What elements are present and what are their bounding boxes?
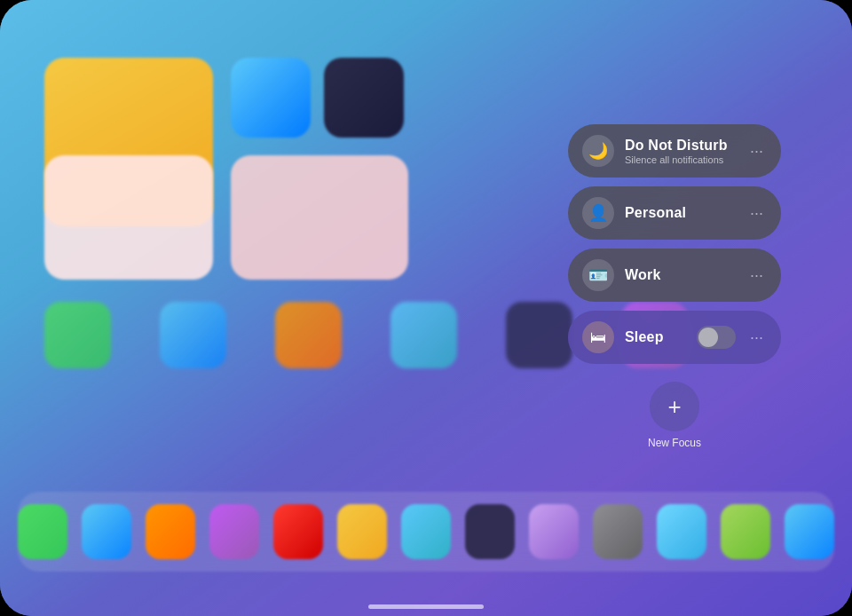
widget-area: [44, 58, 506, 280]
new-focus-plus-icon: +: [650, 382, 699, 431]
focus-panel: 🌙 Do Not Disturb Silence all notificatio…: [568, 124, 781, 449]
focus-item-do-not-disturb[interactable]: 🌙 Do Not Disturb Silence all notificatio…: [568, 124, 781, 178]
focus-item-sleep[interactable]: 🛏 Sleep ···: [568, 311, 781, 364]
dock-icon-4: [209, 504, 259, 559]
moon-icon: 🌙: [582, 135, 614, 167]
dark-widget: [324, 58, 404, 138]
toggle-thumb: [698, 328, 718, 347]
sleep-toggle[interactable]: [697, 326, 736, 349]
tasks-widget: [44, 155, 213, 280]
person-icon: 👤: [582, 197, 614, 229]
dock-icon-10: [593, 504, 643, 559]
work-more-button[interactable]: ···: [746, 264, 767, 287]
home-indicator: [368, 604, 484, 609]
dock-icon-1: [18, 504, 67, 559]
dock-icon-13: [785, 504, 834, 559]
work-title: Work: [625, 267, 736, 283]
personal-label-group: Personal: [625, 205, 736, 221]
dock-icon-8: [465, 504, 515, 559]
work-icon: 🪪: [582, 259, 614, 291]
dock-icon-11: [657, 504, 706, 559]
app-icon-mail: [160, 302, 226, 368]
dock-icon-7: [401, 504, 451, 559]
sleep-label-group: Sleep: [625, 329, 686, 345]
dnd-subtitle: Silence all notifications: [625, 154, 736, 165]
dock-icon-2: [82, 504, 131, 559]
dock-icon-6: [337, 504, 387, 559]
dock-icon-12: [721, 504, 770, 559]
ipad-frame: 🌙 Do Not Disturb Silence all notificatio…: [0, 0, 852, 616]
dock-icon-3: [146, 504, 195, 559]
sleep-title: Sleep: [625, 329, 686, 345]
app-icon-music: [506, 302, 572, 368]
sleep-more-button[interactable]: ···: [746, 326, 767, 349]
new-focus-button[interactable]: + New Focus: [568, 382, 781, 449]
dnd-title: Do Not Disturb: [625, 138, 736, 154]
personal-more-button[interactable]: ···: [746, 201, 767, 225]
new-focus-label: New Focus: [648, 437, 701, 449]
tasks-widget-2: [231, 155, 408, 280]
dock-icon-5: [273, 504, 323, 559]
dnd-label-group: Do Not Disturb Silence all notifications: [625, 138, 736, 165]
dock-icon-9: [529, 504, 579, 559]
app-icon-safari: [275, 302, 342, 368]
app-icon-messages: [44, 302, 111, 368]
work-label-group: Work: [625, 267, 736, 283]
focus-item-personal[interactable]: 👤 Personal ···: [568, 186, 781, 240]
focus-item-work[interactable]: 🪪 Work ···: [568, 249, 781, 302]
note-widget: [231, 58, 311, 138]
dock: [18, 492, 834, 572]
dnd-more-button[interactable]: ···: [746, 139, 767, 162]
app-icon-maps: [390, 302, 457, 368]
personal-title: Personal: [625, 205, 736, 221]
sleep-icon: 🛏: [582, 321, 614, 353]
